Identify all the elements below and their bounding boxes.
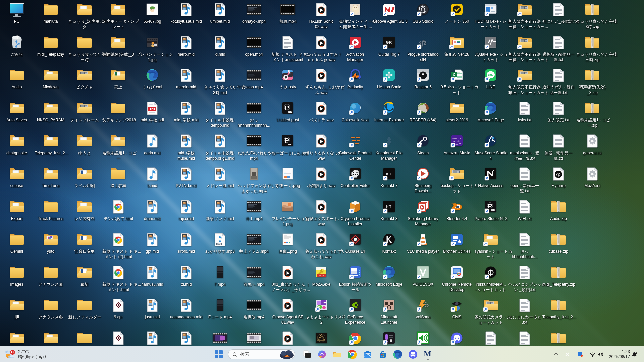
svg-text:9+: 9+: [11, 351, 14, 354]
svg-text:z: z: [636, 352, 638, 354]
